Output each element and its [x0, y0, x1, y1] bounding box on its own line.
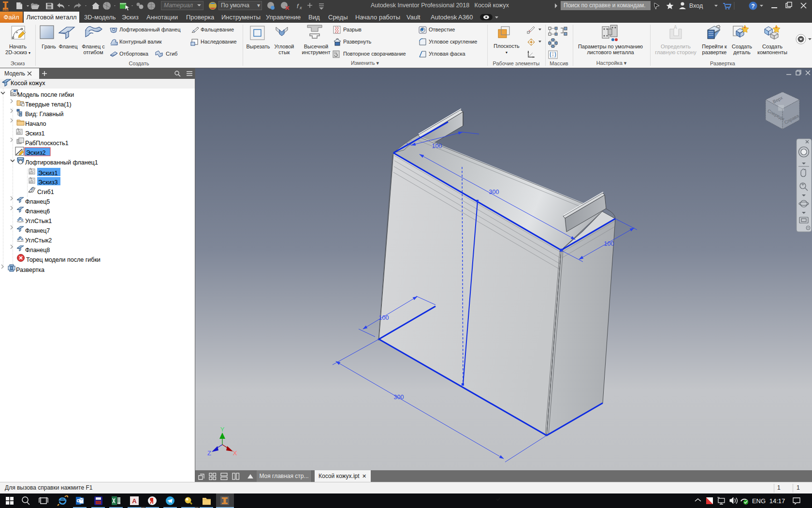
- svg-text:X: X: [233, 449, 237, 457]
- svg-text:Y: Y: [220, 426, 225, 433]
- svg-text:Фланец6: Фланец6: [25, 208, 50, 215]
- svg-text:f: f: [297, 2, 299, 10]
- svg-text:Косой кожух: Косой кожух: [11, 80, 45, 87]
- svg-text:14:17: 14:17: [769, 497, 785, 505]
- svg-text:x: x: [299, 5, 302, 10]
- svg-text:A: A: [674, 25, 677, 30]
- svg-text:Фланец8: Фланец8: [25, 247, 50, 254]
- svg-text:300: 300: [394, 394, 404, 401]
- svg-text:РабПлоскость1: РабПлоскость1: [25, 140, 69, 147]
- svg-text:100: 100: [604, 240, 614, 247]
- svg-text:Начало: Начало: [25, 120, 46, 127]
- svg-text:ENG: ENG: [752, 497, 766, 505]
- svg-text:УглСтык2: УглСтык2: [25, 237, 52, 244]
- svg-text:Развертка: Развертка: [16, 267, 44, 273]
- svg-text:Фланец5: Фланец5: [25, 198, 50, 205]
- svg-text:Вход: Вход: [689, 2, 703, 9]
- svg-text:Торец модели после гибки: Торец модели после гибки: [26, 256, 101, 263]
- svg-text:Эскиз2: Эскиз2: [26, 149, 45, 156]
- svg-text:?: ?: [751, 3, 754, 10]
- svg-text:Модель после гибки: Модель после гибки: [17, 91, 74, 98]
- svg-text:Лофтированный фланец1: Лофтированный фланец1: [25, 159, 98, 166]
- svg-text:100: 100: [432, 143, 442, 149]
- svg-text:Эскиз3: Эскиз3: [38, 179, 58, 186]
- svg-text:A: A: [132, 497, 137, 505]
- svg-text:Твердые тела(1): Твердые тела(1): [25, 101, 72, 108]
- svg-text:УглСтык1: УглСтык1: [25, 218, 52, 224]
- svg-text:Сгиб1: Сгиб1: [37, 189, 54, 195]
- svg-text:Эскиз1: Эскиз1: [25, 130, 44, 137]
- svg-text:Вид: Главный: Вид: Главный: [25, 111, 63, 118]
- svg-text:Z: Z: [207, 449, 211, 457]
- svg-text:100: 100: [379, 314, 389, 321]
- svg-text:Эскиз1: Эскиз1: [38, 170, 58, 177]
- svg-text:PRO: PRO: [3, 9, 9, 12]
- svg-text:300: 300: [489, 189, 499, 195]
- svg-text:Фланец7: Фланец7: [25, 227, 50, 234]
